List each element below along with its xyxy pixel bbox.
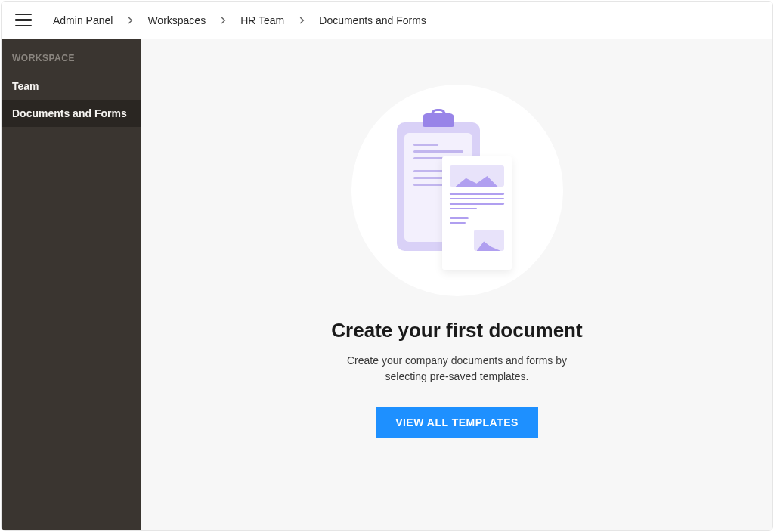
documents-illustration [351, 85, 563, 296]
empty-state: Create your first document Create your c… [299, 85, 616, 438]
empty-state-subtext: Create your company documents and forms … [299, 353, 616, 385]
sidebar-item-label: Team [12, 80, 39, 92]
chevron-right-icon [215, 12, 231, 29]
topbar: Admin Panel Workspaces HR Team Documents… [2, 2, 772, 39]
breadcrumb-workspaces[interactable]: Workspaces [143, 11, 210, 29]
breadcrumb-hr-team[interactable]: HR Team [236, 11, 289, 29]
sidebar: WORKSPACE Team Documents and Forms [2, 39, 141, 530]
document-icon [442, 156, 512, 270]
view-all-templates-button[interactable]: VIEW ALL TEMPLATES [376, 407, 538, 438]
main-content: Create your first document Create your c… [141, 39, 772, 530]
menu-icon[interactable] [15, 11, 33, 29]
sidebar-section-label: WORKSPACE [2, 53, 141, 73]
empty-state-heading: Create your first document [299, 319, 616, 342]
chevron-right-icon [293, 12, 310, 29]
sidebar-item-team[interactable]: Team [2, 73, 141, 100]
body: WORKSPACE Team Documents and Forms [2, 39, 772, 530]
breadcrumb-documents-and-forms[interactable]: Documents and Forms [314, 11, 431, 29]
sidebar-item-label: Documents and Forms [12, 107, 127, 119]
app-frame: Admin Panel Workspaces HR Team Documents… [1, 1, 773, 531]
breadcrumb-admin-panel[interactable]: Admin Panel [48, 11, 117, 29]
chevron-right-icon [122, 12, 138, 29]
sidebar-item-documents-and-forms[interactable]: Documents and Forms [2, 100, 141, 127]
